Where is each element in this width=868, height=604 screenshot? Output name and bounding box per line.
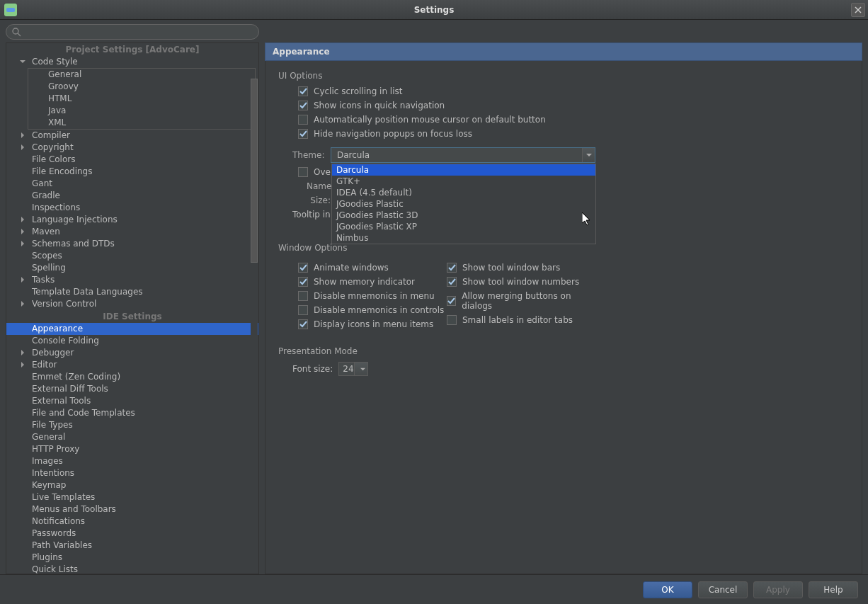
theme-option[interactable]: JGoodies Plastic <box>332 198 595 210</box>
tree-item[interactable]: Tasks <box>6 274 258 286</box>
opt-label: Disable mnemonics in menu <box>314 291 435 301</box>
mouse-cursor-icon <box>582 212 592 227</box>
opt-small-labels[interactable]: Small labels in editor tabs <box>447 315 595 325</box>
tree-item[interactable]: File and Code Templates <box>6 407 258 419</box>
tree-item[interactable]: Maven <box>6 226 258 238</box>
apply-button[interactable]: Apply <box>753 581 803 598</box>
font-size-combo[interactable]: 24 <box>338 362 368 376</box>
tree-scrollbar[interactable] <box>251 79 258 376</box>
font-size-value: 24 <box>339 364 353 374</box>
tree-item[interactable]: File Encodings <box>6 166 258 178</box>
opt-tool-numbers[interactable]: Show tool window numbers <box>447 277 595 287</box>
theme-option[interactable]: JGoodies Plastic XP <box>332 221 595 232</box>
tree-item[interactable]: Groovy <box>28 81 255 93</box>
tree-item[interactable]: Emmet (Zen Coding) <box>6 371 258 383</box>
tree-item[interactable]: Copyright <box>6 142 258 154</box>
opt-mnemonics-controls[interactable]: Disable mnemonics in controls <box>298 305 447 315</box>
tree-item[interactable]: HTTP Proxy <box>6 443 258 455</box>
opt-cyclic-scrolling[interactable]: Cyclic scrolling in list <box>298 86 849 96</box>
opt-animate[interactable]: Animate windows <box>298 263 447 273</box>
theme-combo[interactable]: Darcula DarculaGTK+IDEA (4.5 default)JGo… <box>331 147 595 163</box>
scrollbar-thumb[interactable] <box>251 79 258 263</box>
tree-item[interactable]: Appearance <box>6 323 258 335</box>
tree-item[interactable]: Debugger <box>6 347 258 359</box>
tree-item[interactable]: File Types <box>6 419 258 431</box>
tree-item[interactable]: Template Data Languages <box>6 286 258 298</box>
checkbox-icon <box>298 101 308 110</box>
theme-option[interactable]: JGoodies Plastic 3D <box>332 210 595 221</box>
tree-item[interactable]: Editor <box>6 359 258 371</box>
tree-item[interactable]: Images <box>6 455 258 467</box>
tree-item[interactable]: Scopes <box>6 250 258 262</box>
tree-item[interactable]: Version Control <box>6 298 258 310</box>
checkbox-icon <box>447 296 456 306</box>
opt-label: Disable mnemonics in controls <box>314 305 444 315</box>
checkbox-icon <box>298 167 308 177</box>
opt-memory[interactable]: Show memory indicator <box>298 277 447 287</box>
help-button[interactable]: Help <box>809 581 858 598</box>
checkbox-icon <box>447 263 457 273</box>
opt-label: Show memory indicator <box>314 277 415 287</box>
opt-label: Cyclic scrolling in list <box>314 86 402 96</box>
tree-item[interactable]: Path Variables <box>6 540 258 552</box>
theme-row: Theme: Darcula DarculaGTK+IDEA (4.5 defa… <box>292 147 849 163</box>
checkbox-icon <box>298 86 308 96</box>
opt-hide-nav[interactable]: Hide navigation popups on focus loss <box>298 129 849 139</box>
tree-item[interactable]: Java <box>28 105 255 117</box>
close-icon <box>855 6 862 13</box>
theme-option[interactable]: GTK+ <box>332 176 595 187</box>
checkbox-icon <box>298 277 308 287</box>
tree-item[interactable]: Intentions <box>6 467 258 479</box>
tree-item[interactable]: External Tools <box>6 395 258 407</box>
tree-item[interactable]: Passwords <box>6 528 258 540</box>
tree-item[interactable]: General <box>6 431 258 443</box>
tree-item[interactable]: Console Folding <box>6 335 258 347</box>
tree-item-code-style[interactable]: Code Style <box>6 56 258 68</box>
svg-point-0 <box>13 28 18 34</box>
tree-item[interactable]: Keymap <box>6 479 258 491</box>
search-input[interactable] <box>6 24 259 40</box>
opt-display-icons[interactable]: Display icons in menu items <box>298 319 447 329</box>
tree-item[interactable]: XML <box>28 117 255 129</box>
tree-item[interactable]: External Diff Tools <box>6 383 258 395</box>
opt-label: Show icons in quick navigation <box>314 101 445 110</box>
theme-option[interactable]: Darcula <box>332 164 595 176</box>
theme-option[interactable]: Nimbus <box>332 232 595 244</box>
opt-label: Allow merging buttons on dialogs <box>462 291 595 311</box>
tree-item[interactable]: Schemas and DTDs <box>6 238 258 250</box>
tree-item[interactable]: Spelling <box>6 262 258 274</box>
tree-item[interactable]: Live Templates <box>6 491 258 503</box>
opt-tool-bars[interactable]: Show tool window bars <box>447 263 595 273</box>
tree-item[interactable]: Quick Lists <box>6 564 258 574</box>
settings-tree-panel: Project Settings [AdvoCare]Code StyleGen… <box>6 42 259 574</box>
tree-item[interactable]: File Colors <box>6 154 258 166</box>
theme-dropdown[interactable]: DarculaGTK+IDEA (4.5 default)JGoodies Pl… <box>331 164 596 244</box>
checkbox-icon <box>298 129 308 139</box>
tree-item[interactable]: Plugins <box>6 552 258 564</box>
opt-mnemonics-menu[interactable]: Disable mnemonics in menu <box>298 291 447 301</box>
dialog-footer: OK Cancel Apply Help <box>0 574 868 604</box>
close-button[interactable] <box>851 3 865 17</box>
tree-item[interactable]: Inspections <box>6 202 258 214</box>
cancel-button[interactable]: Cancel <box>698 581 748 598</box>
theme-option[interactable]: IDEA (4.5 default) <box>332 187 595 198</box>
tree-heading-ide: IDE Settings <box>6 310 258 323</box>
ok-button[interactable]: OK <box>643 581 692 598</box>
checkbox-icon <box>298 319 308 329</box>
chevron-down-icon <box>354 363 368 375</box>
search-row <box>0 20 868 42</box>
tree-item[interactable]: Menus and Toolbars <box>6 503 258 515</box>
opt-show-icons[interactable]: Show icons in quick navigation <box>298 101 849 110</box>
opt-label: Hide navigation popups on focus loss <box>314 129 472 139</box>
tree-item[interactable]: Gant <box>6 178 258 190</box>
tree-item[interactable]: Gradle <box>6 190 258 202</box>
tree-item[interactable]: Language Injections <box>6 214 258 226</box>
tree-item[interactable]: HTML <box>28 93 255 105</box>
tree-item[interactable]: Notifications <box>6 515 258 528</box>
theme-label: Theme: <box>292 150 324 160</box>
opt-allow-merge[interactable]: Allow merging buttons on dialogs <box>447 291 595 311</box>
section-ui-options: UI Options <box>278 71 849 81</box>
opt-auto-cursor[interactable]: Automatically position mouse cursor on d… <box>298 115 849 125</box>
tree-item[interactable]: Compiler <box>6 130 258 142</box>
tree-item[interactable]: General <box>28 69 255 81</box>
